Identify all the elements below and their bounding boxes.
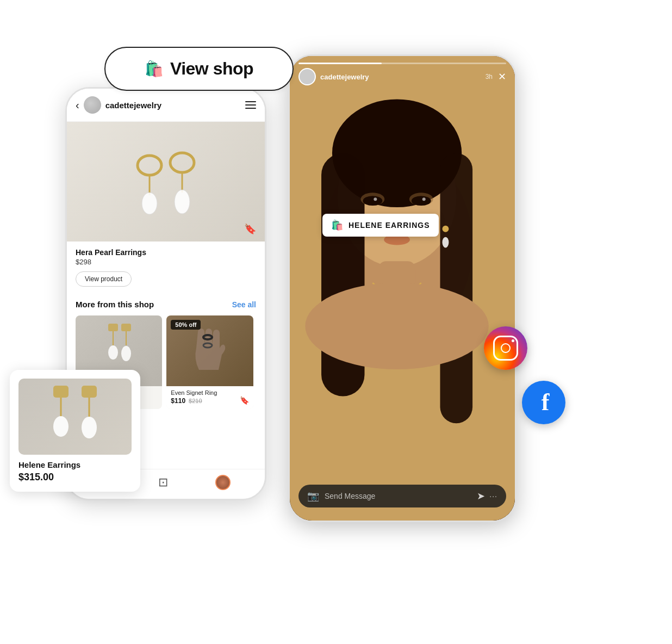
shop-grid-item-rings[interactable]: 50% off Even Signet Ring $110 $210 🔖 [166,315,253,409]
story-product-tag[interactable]: 🛍️ HELENE EARRINGS [322,214,439,237]
product-card-name: Helene Earrings [18,460,132,469]
reel-icon[interactable]: ⊡ [158,475,168,490]
svg-point-2 [142,193,157,214]
svg-rect-25 [440,153,473,424]
view-shop-label: View shop [170,59,253,79]
story-background: cadettejewelry 3h ✕ 🛍️ HELENE EARRINGS 📷… [290,56,515,521]
shop-name-label: cadettejewelry [105,101,245,110]
svg-point-31 [422,197,426,201]
hamburger-menu-icon[interactable] [245,101,256,109]
discount-badge: 50% off [171,320,201,330]
svg-point-36 [305,283,489,369]
right-phone: cadettejewelry 3h ✕ 🛍️ HELENE EARRINGS 📷… [288,54,517,522]
story-close-icon[interactable]: ✕ [498,71,506,83]
story-camera-icon: 📷 [307,490,319,502]
product-info: Hera Pearl Earrings $298 View product [67,242,265,293]
product-price: $298 [76,258,256,266]
svg-rect-14 [53,386,69,398]
story-send-icon[interactable]: ➤ [477,490,485,502]
facebook-badge[interactable]: f [522,381,565,424]
instagram-inner-icon [493,336,518,361]
view-product-button[interactable]: View product [76,271,132,287]
svg-point-28 [363,196,383,206]
story-message-placeholder: Send Message [325,492,472,500]
story-tag-bag-icon: 🛍️ [331,219,343,231]
earring-illustration [67,122,265,242]
more-title: More from this shop [76,300,154,309]
product-bookmark-icon[interactable]: 🔖 [244,223,256,235]
shop-icon: 🛍️ [145,60,164,78]
svg-point-11 [121,346,131,361]
product-name: Hera Pearl Earrings [76,248,256,257]
svg-point-29 [412,196,431,206]
story-header: cadettejewelry 3h ✕ [298,68,506,85]
shop-item-rings-original-price: $210 [189,398,202,404]
more-from-shop-section: More from this shop See all [67,293,265,312]
story-tag-product-name: HELENE EARRINGS [349,221,430,230]
product-image-area: 🔖 [67,122,265,242]
svg-point-18 [53,416,69,437]
phone-top-bar: ‹ cadettejewelry [67,89,265,122]
instagram-dot [512,339,514,342]
story-progress-fill [298,63,382,64]
svg-rect-15 [82,386,97,398]
shop-avatar [84,96,101,114]
product-card-image [18,379,132,455]
instagram-lens [501,343,511,353]
svg-rect-6 [108,324,118,331]
svg-point-0 [138,156,161,175]
svg-point-37 [442,226,449,232]
floating-product-card: Helene Earrings $315.00 [10,370,140,492]
shop-item-rings-name: Even Signet Ring [171,389,248,396]
svg-point-10 [108,345,118,360]
story-send-message-bar[interactable]: 📷 Send Message ➤ ··· [298,485,506,507]
story-time: 3h [486,73,493,81]
story-username: cadettejewelry [320,73,482,81]
model-image [290,56,515,521]
scene: 🛍️ View shop ‹ cadettejewelry [0,0,672,644]
svg-point-19 [82,417,97,438]
story-progress-bar [298,63,506,64]
facebook-f-icon: f [542,391,550,414]
item-bookmark-icon[interactable]: 🔖 [240,396,249,405]
svg-rect-7 [121,324,131,331]
back-arrow-icon[interactable]: ‹ [76,99,79,112]
see-all-button[interactable]: See all [232,300,256,309]
profile-avatar[interactable] [215,475,231,490]
svg-point-5 [175,190,190,214]
story-more-icon[interactable]: ··· [489,492,497,500]
svg-point-30 [374,197,377,201]
story-user-avatar [298,68,316,85]
shop-item-rings-price: $110 [171,397,185,405]
view-shop-button[interactable]: 🛍️ View shop [104,47,294,91]
product-card-price: $315.00 [18,472,132,483]
svg-point-38 [442,237,449,248]
instagram-badge[interactable] [484,326,527,370]
svg-point-3 [170,153,194,172]
